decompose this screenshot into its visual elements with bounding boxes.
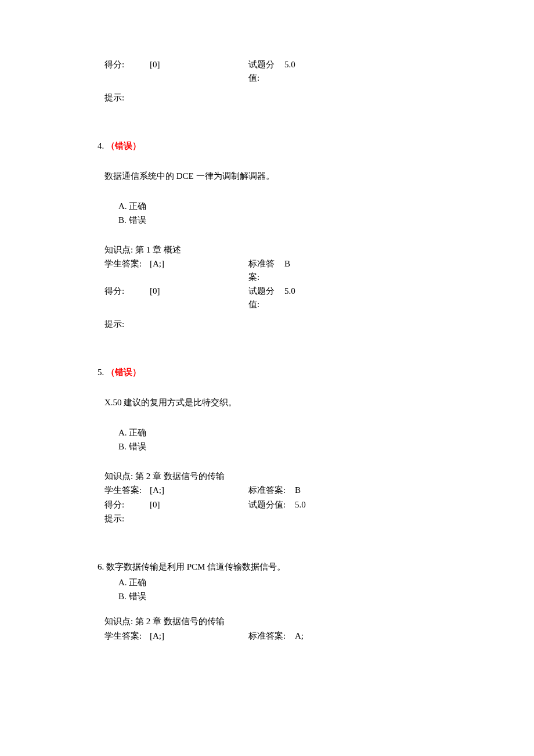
q6-options: A. 正确 B. 错误 [118,575,430,603]
q6-header: 6. 数字数据传输是利用 PCM 信道传输数据信号。 [98,560,430,574]
q5-kp-row: 知识点: 第 2 章 数据信号的传输 [104,470,430,483]
q4-kp-label: 知识点: [104,245,133,254]
q5-maxscore-value: 5.0 [295,498,306,512]
q4-option-b: B. 错误 [118,213,430,227]
top-maxscore-label: 试题分值: [248,58,284,84]
page-content: 得分: [0] 试题分值: 5.0 提示: 4. （错误） 数据通信系统中的 D… [0,0,534,748]
q6-student-answer-label: 学生答案: [104,629,150,643]
q4-status: （错误） [106,141,141,150]
q4-kp-value: 第 1 章 概述 [135,245,181,254]
q6-student-answer-value: [A;] [150,629,248,643]
q4-number: 4. [98,141,104,150]
q4-standard-answer-value: B [284,257,290,283]
q6-text: 数字数据传输是利用 PCM 信道传输数据信号。 [106,562,286,571]
q4-kp-row: 知识点: 第 1 章 概述 [104,243,430,257]
q6-standard-answer-label: 标准答案: [248,629,295,643]
q5-kp-label: 知识点: [104,471,133,481]
q4-standard-answer-label: 标准答案: [248,257,284,283]
q6-standard-answer-value: A; [295,629,304,643]
q6-kp-label: 知识点: [104,617,133,626]
q4-option-a: A. 正确 [118,199,430,213]
q4-score-row: 得分: [0] 试题分值: 5.0 [104,285,430,311]
q4-maxscore-label: 试题分值: [248,285,284,311]
top-tip-label: 提示: [104,91,430,105]
q4-tip-label: 提示: [104,318,430,331]
q5-answer-row: 学生答案: [A;] 标准答案: B [104,484,430,497]
q6-answer-row: 学生答案: [A;] 标准答案: A; [104,629,430,643]
q5-tip-label: 提示: [104,512,430,525]
q5-options: A. 正确 B. 错误 [118,426,430,453]
q5-score-row: 得分: [0] 试题分值: 5.0 [104,498,430,512]
top-score-row: 得分: [0] 试题分值: 5.0 [104,58,430,84]
q5-standard-answer-label: 标准答案: [248,484,295,497]
q5-option-a: A. 正确 [118,426,430,440]
q4-header: 4. （错误） [98,139,430,153]
q6-option-b: B. 错误 [118,589,430,603]
q5-status: （错误） [106,368,141,377]
q5-number: 5. [98,368,104,377]
q4-score-label: 得分: [104,285,150,311]
q6-option-a: A. 正确 [118,575,430,589]
q5-text: X.50 建议的复用方式是比特交织。 [104,396,430,409]
q4-student-answer-label: 学生答案: [104,257,150,283]
q5-standard-answer-value: B [295,484,301,497]
q5-score-label: 得分: [104,498,150,512]
q4-score-value: [0] [150,285,248,311]
q4-maxscore-value: 5.0 [284,285,295,311]
q6-kp-row: 知识点: 第 2 章 数据信号的传输 [104,615,430,628]
q5-score-value: [0] [150,498,248,512]
q4-text: 数据通信系统中的 DCE 一律为调制解调器。 [104,170,430,183]
top-maxscore-value: 5.0 [284,58,295,84]
q5-header: 5. （错误） [98,366,430,379]
q6-number: 6. [98,562,104,571]
q4-options: A. 正确 B. 错误 [118,199,430,227]
q5-kp-value: 第 2 章 数据信号的传输 [135,471,225,481]
q5-student-answer-value: [A;] [150,484,248,497]
q6-kp-value: 第 2 章 数据信号的传输 [135,617,225,626]
q4-answer-row: 学生答案: [A;] 标准答案: B [104,257,430,283]
q5-maxscore-label: 试题分值: [248,498,295,512]
q5-option-b: B. 错误 [118,440,430,453]
top-score-label: 得分: [104,58,150,84]
top-score-value: [0] [150,58,248,84]
q4-student-answer-value: [A;] [150,257,248,283]
q5-student-answer-label: 学生答案: [104,484,150,497]
